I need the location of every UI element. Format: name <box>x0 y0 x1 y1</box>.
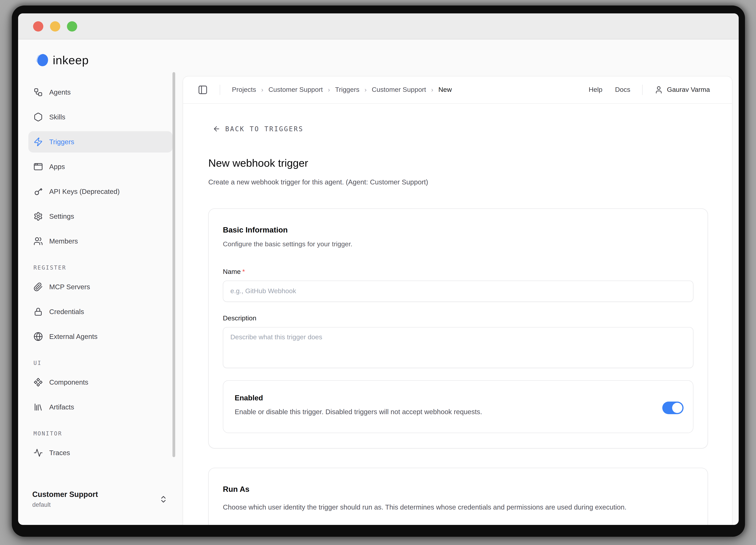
device-frame: inkeep Agents Sk <box>12 6 745 537</box>
enabled-description: Enable or disable this trigger. Disabled… <box>235 408 651 416</box>
enabled-toggle[interactable] <box>662 402 684 414</box>
gear-icon <box>33 211 43 221</box>
page-title: New webhook trigger <box>208 157 708 169</box>
sidebar-item-artifacts[interactable]: Artifacts <box>28 397 172 418</box>
sidebar-item-external-agents[interactable]: External Agents <box>28 326 172 347</box>
window-content: inkeep Agents Sk <box>18 40 739 525</box>
breadcrumb-customer-support[interactable]: Customer Support <box>269 86 323 94</box>
main-panel: Projects › Customer Support › Triggers ›… <box>183 76 732 525</box>
sidebar-item-label: MCP Servers <box>49 283 90 291</box>
back-to-triggers-link[interactable]: BACK TO TRIGGERS <box>213 125 304 133</box>
page-subtitle: Create a new webhook trigger for this ag… <box>208 178 708 186</box>
users-icon <box>33 236 43 246</box>
section-label-monitor: MONITOR <box>33 430 172 437</box>
toggle-knob <box>672 403 682 413</box>
header-right: Help Docs Gaurav Varma <box>576 85 710 95</box>
enabled-labels: Enabled Enable or disable this trigger. … <box>235 394 651 416</box>
zoom-window-button[interactable] <box>67 21 77 31</box>
section-label-ui: UI <box>33 360 172 366</box>
sidebar-item-label: Artifacts <box>49 403 74 411</box>
sidebar-item-label: Apps <box>49 162 65 171</box>
screen: inkeep Agents Sk <box>0 0 756 545</box>
paperclip-icon <box>33 282 43 292</box>
enabled-title: Enabled <box>235 394 651 402</box>
sidebar-scrollbar[interactable] <box>172 72 175 457</box>
sidebar-item-label: Triggers <box>49 138 74 146</box>
inkeep-logo-icon <box>32 52 50 68</box>
breadcrumb-triggers[interactable]: Triggers <box>335 86 359 94</box>
header-divider <box>642 85 642 95</box>
sidebar-item-triggers[interactable]: Triggers <box>28 131 172 152</box>
basic-information-title: Basic Information <box>223 225 693 234</box>
activity-icon <box>33 448 43 458</box>
chevrons-up-down-icon <box>159 495 168 504</box>
name-label: Name* <box>223 268 693 276</box>
library-icon <box>33 402 43 412</box>
sidebar-item-apps[interactable]: Apps <box>28 156 172 177</box>
back-link-label: BACK TO TRIGGERS <box>225 125 304 133</box>
description-label: Description <box>223 315 693 322</box>
run-as-description: Choose which user identity the trigger s… <box>223 501 640 513</box>
traffic-lights <box>33 21 77 31</box>
run-as-title: Run As <box>223 485 693 494</box>
sidebar-item-label: Members <box>49 237 78 245</box>
sidebar-item-traces[interactable]: Traces <box>28 442 172 463</box>
sidebar-item-settings[interactable]: Settings <box>28 206 172 227</box>
key-icon <box>33 187 43 196</box>
sidebar-item-label: Credentials <box>49 308 84 316</box>
sidebar-item-label: Agents <box>49 88 71 96</box>
hexagon-icon <box>33 112 43 122</box>
project-environment: default <box>32 501 98 508</box>
sidebar-toggle-button[interactable] <box>198 85 208 95</box>
sidebar-item-label: API Keys (Deprecated) <box>49 187 120 196</box>
sidebar-item-label: Settings <box>49 212 74 220</box>
required-asterisk: * <box>242 268 245 276</box>
name-input[interactable] <box>223 281 693 302</box>
sidebar-item-components[interactable]: Components <box>28 372 172 393</box>
logo[interactable]: inkeep <box>32 52 183 68</box>
sidebar-item-label: Traces <box>49 449 70 457</box>
sidebar-item-label: External Agents <box>49 333 97 341</box>
close-window-button[interactable] <box>33 21 43 31</box>
user-menu[interactable]: Gaurav Varma <box>654 85 710 94</box>
breadcrumb-projects[interactable]: Projects <box>232 86 256 94</box>
docs-link[interactable]: Docs <box>615 86 630 94</box>
header-divider <box>220 85 220 95</box>
app-window-icon <box>33 162 43 171</box>
breadcrumb: Projects › Customer Support › Triggers ›… <box>232 86 452 94</box>
arrow-left-icon <box>213 125 221 133</box>
component-icon <box>33 378 43 387</box>
sidebar: inkeep Agents Sk <box>18 40 183 525</box>
help-link[interactable]: Help <box>589 86 602 94</box>
logo-text: inkeep <box>53 54 89 67</box>
chevron-right-icon: › <box>365 86 367 93</box>
chevron-right-icon: › <box>328 86 330 93</box>
description-textarea[interactable] <box>223 327 693 368</box>
sidebar-item-label: Components <box>49 378 88 386</box>
project-name: Customer Support <box>32 490 98 499</box>
breadcrumb-new: New <box>438 86 452 94</box>
breadcrumb-agent[interactable]: Customer Support <box>372 86 426 94</box>
sidebar-item-agents[interactable]: Agents <box>28 82 172 103</box>
sidebar-item-credentials[interactable]: Credentials <box>28 301 172 322</box>
minimize-window-button[interactable] <box>50 21 60 31</box>
sidebar-item-members[interactable]: Members <box>28 230 172 252</box>
user-name: Gaurav Varma <box>667 86 710 94</box>
project-switcher-labels: Customer Support default <box>32 490 98 508</box>
sidebar-item-skills[interactable]: Skills <box>28 106 172 128</box>
workflow-icon <box>33 87 43 97</box>
sidebar-nav: Agents Skills Triggers <box>18 82 183 463</box>
user-icon <box>654 85 663 94</box>
basic-information-subtitle: Configure the basic settings for your tr… <box>223 240 693 248</box>
project-switcher[interactable]: Customer Support default <box>32 490 168 508</box>
section-label-register: REGISTER <box>33 264 172 271</box>
titlebar <box>18 13 739 39</box>
sidebar-item-mcp-servers[interactable]: MCP Servers <box>28 276 172 298</box>
sidebar-item-api-keys[interactable]: API Keys (Deprecated) <box>28 181 172 202</box>
chevron-right-icon: › <box>261 86 263 93</box>
enabled-setting-card: Enabled Enable or disable this trigger. … <box>223 380 693 433</box>
globe-icon <box>33 332 43 341</box>
basic-information-card: Basic Information Configure the basic se… <box>208 208 708 449</box>
top-bar: Projects › Customer Support › Triggers ›… <box>183 76 732 104</box>
sidebar-item-label: Skills <box>49 113 65 121</box>
